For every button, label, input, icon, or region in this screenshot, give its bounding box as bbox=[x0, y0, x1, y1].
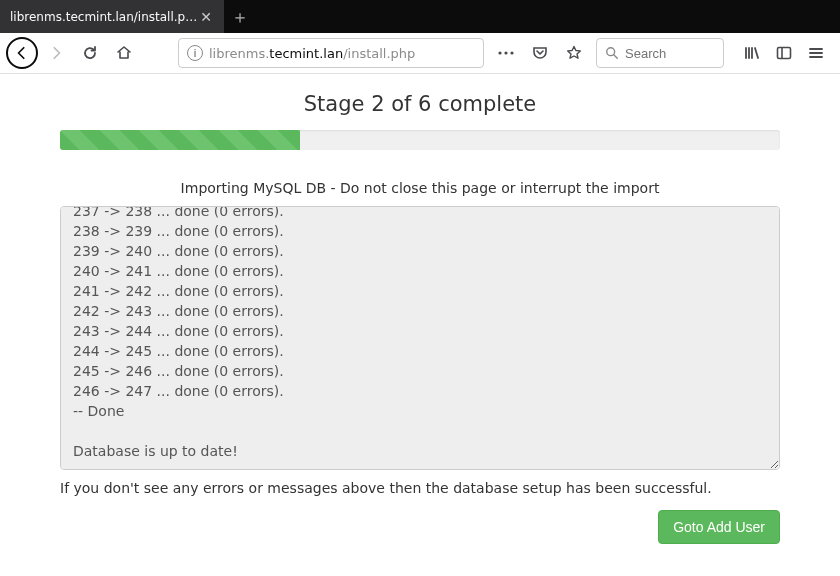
log-line: -- Done bbox=[73, 401, 767, 421]
log-line: Database is up to date! bbox=[73, 441, 767, 461]
import-message: Importing MySQL DB - Do not close this p… bbox=[60, 180, 780, 196]
page-viewport[interactable]: Stage 2 of 6 complete Importing MySQL DB… bbox=[0, 74, 840, 576]
pocket-icon[interactable] bbox=[526, 39, 554, 67]
new-tab-button[interactable]: ＋ bbox=[224, 0, 256, 33]
nav-toolbar: i librenms.tecmint.lan/install.php bbox=[0, 33, 840, 74]
progress-bar bbox=[60, 130, 780, 150]
log-line: 239 -> 240 ... done (0 errors). bbox=[73, 241, 767, 261]
back-button[interactable] bbox=[6, 37, 38, 69]
log-line: 245 -> 246 ... done (0 errors). bbox=[73, 361, 767, 381]
log-line: 243 -> 244 ... done (0 errors). bbox=[73, 321, 767, 341]
search-box[interactable] bbox=[596, 38, 724, 68]
tab-bar: librenms.tecmint.lan/install.php ✕ ＋ bbox=[0, 0, 840, 33]
close-tab-icon[interactable]: ✕ bbox=[198, 9, 214, 25]
search-input[interactable] bbox=[625, 46, 705, 61]
svg-point-1 bbox=[504, 51, 507, 54]
reload-button[interactable] bbox=[74, 37, 106, 69]
svg-point-2 bbox=[510, 51, 513, 54]
log-line: 237 -> 238 ... done (0 errors). bbox=[73, 206, 767, 221]
browser-tab[interactable]: librenms.tecmint.lan/install.php ✕ bbox=[0, 0, 224, 33]
tab-title: librenms.tecmint.lan/install.php bbox=[10, 10, 198, 24]
import-log[interactable]: 237 -> 238 ... done (0 errors).238 -> 23… bbox=[60, 206, 780, 470]
goto-add-user-button[interactable]: Goto Add User bbox=[658, 510, 780, 544]
more-actions-icon[interactable] bbox=[492, 39, 520, 67]
page-content: Stage 2 of 6 complete Importing MySQL DB… bbox=[60, 74, 780, 544]
svg-point-0 bbox=[498, 51, 501, 54]
sidebar-icon[interactable] bbox=[770, 39, 798, 67]
library-icon[interactable] bbox=[738, 39, 766, 67]
log-line: 241 -> 242 ... done (0 errors). bbox=[73, 281, 767, 301]
search-icon bbox=[605, 46, 619, 60]
url-bar[interactable]: i librenms.tecmint.lan/install.php bbox=[178, 38, 484, 68]
success-hint: If you don't see any errors or messages … bbox=[60, 480, 780, 496]
button-row: Goto Add User bbox=[60, 510, 780, 544]
log-line: 240 -> 241 ... done (0 errors). bbox=[73, 261, 767, 281]
forward-button[interactable] bbox=[40, 37, 72, 69]
log-line: 242 -> 243 ... done (0 errors). bbox=[73, 301, 767, 321]
url-text: librenms.tecmint.lan/install.php bbox=[209, 46, 475, 61]
toolbar-right bbox=[738, 39, 834, 67]
home-button[interactable] bbox=[108, 37, 140, 69]
stage-title: Stage 2 of 6 complete bbox=[60, 92, 780, 116]
progress-fill bbox=[60, 130, 300, 150]
svg-line-4 bbox=[614, 55, 618, 59]
log-line: 244 -> 245 ... done (0 errors). bbox=[73, 341, 767, 361]
log-line: 246 -> 247 ... done (0 errors). bbox=[73, 381, 767, 401]
site-info-icon[interactable]: i bbox=[187, 45, 203, 61]
bookmark-star-icon[interactable] bbox=[560, 39, 588, 67]
page-actions bbox=[492, 39, 588, 67]
menu-icon[interactable] bbox=[802, 39, 830, 67]
log-line: 238 -> 239 ... done (0 errors). bbox=[73, 221, 767, 241]
svg-rect-5 bbox=[778, 48, 791, 59]
log-line bbox=[73, 421, 767, 441]
